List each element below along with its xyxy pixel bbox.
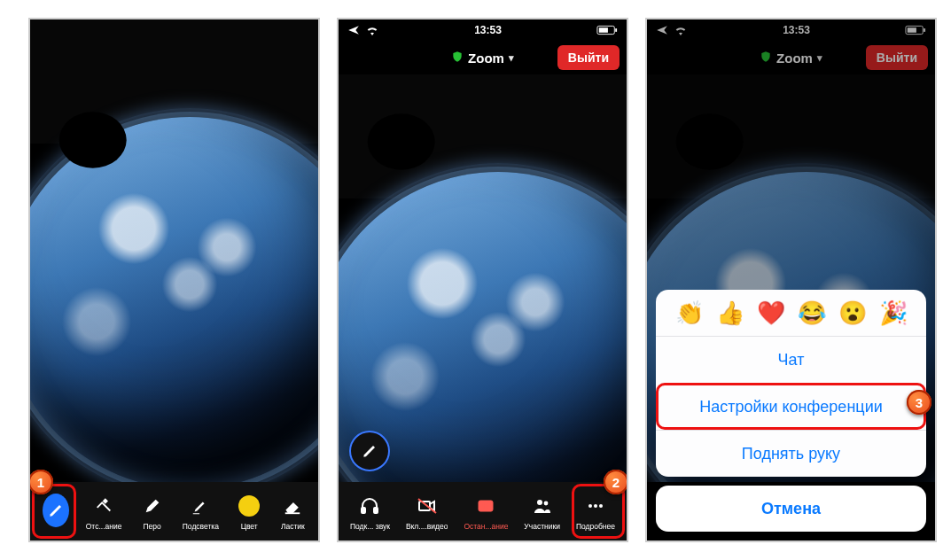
svg-point-9 bbox=[543, 501, 548, 505]
tool-label: Участники bbox=[524, 522, 560, 531]
svg-point-12 bbox=[599, 504, 603, 508]
tool-label: Перо bbox=[143, 522, 160, 531]
participants-button[interactable]: Участники bbox=[524, 493, 560, 531]
annotate-fab[interactable] bbox=[349, 431, 390, 471]
pencil-icon bbox=[362, 443, 378, 459]
screenshot-meeting-toolbar: 13:53 Zoom ▾ Выйти Подк... звук bbox=[339, 19, 627, 541]
sparkle-icon bbox=[90, 493, 117, 519]
shared-content bbox=[30, 19, 318, 482]
stop-share-button[interactable]: Остан...ание bbox=[464, 493, 508, 531]
tool-label: Ластик bbox=[281, 522, 305, 531]
tool-label: Подк... звук bbox=[350, 522, 390, 531]
more-action-sheet: 👏 👍 ❤️ 😂 😮 🎉 Чат Настройки конференции П… bbox=[656, 290, 926, 532]
svg-rect-2 bbox=[599, 27, 608, 33]
annotation-toolbar: Отс...ание Перо Подсветка Цвет Ластик bbox=[30, 482, 318, 541]
more-icon bbox=[582, 493, 609, 519]
raise-hand-option[interactable]: Поднять руку bbox=[656, 430, 926, 477]
tool-label: Подробнее bbox=[576, 522, 615, 531]
pencil-icon bbox=[43, 494, 69, 527]
meeting-toolbar: Подк... звук Вкл....видео Остан...ание У… bbox=[339, 482, 627, 541]
tool-label: Цвет bbox=[241, 522, 258, 531]
video-off-icon bbox=[414, 493, 440, 519]
audio-button[interactable]: Подк... звук bbox=[350, 493, 390, 531]
color-swatch-icon bbox=[236, 493, 262, 519]
svg-point-8 bbox=[537, 500, 542, 505]
nav-title: Zoom bbox=[468, 51, 504, 66]
pen-icon bbox=[139, 493, 166, 519]
tool-label: Отс...ание bbox=[86, 522, 122, 531]
reaction-joy[interactable]: 😂 bbox=[798, 299, 826, 327]
svg-point-10 bbox=[588, 504, 592, 508]
tool-label: Вкл....видео bbox=[406, 522, 448, 531]
tool-label: Подсветка bbox=[183, 522, 219, 531]
shared-content bbox=[339, 74, 627, 482]
screenshot-annotation-tools: Отс...ание Перо Подсветка Цвет Ластик 1 bbox=[30, 19, 318, 541]
highlight-tool[interactable]: Подсветка bbox=[183, 493, 219, 531]
chevron-down-icon: ▾ bbox=[509, 52, 514, 64]
reactions-row: 👏 👍 ❤️ 😂 😮 🎉 bbox=[656, 290, 926, 336]
shield-icon bbox=[451, 51, 464, 66]
svg-rect-3 bbox=[615, 28, 617, 32]
chat-option[interactable]: Чат bbox=[656, 336, 926, 383]
nav-bar: Zoom ▾ Выйти bbox=[339, 41, 627, 74]
pen-tool[interactable]: Перо bbox=[139, 493, 166, 531]
edit-tool[interactable] bbox=[43, 497, 69, 526]
highlighter-icon bbox=[187, 493, 214, 519]
battery-icon bbox=[596, 25, 618, 35]
wifi-icon bbox=[365, 25, 379, 35]
status-time: 13:53 bbox=[474, 24, 502, 36]
reaction-clap[interactable]: 👏 bbox=[675, 299, 704, 327]
stop-icon bbox=[472, 493, 499, 519]
airplane-icon bbox=[347, 24, 360, 36]
status-bar: 13:53 bbox=[339, 19, 627, 41]
meeting-title-dropdown[interactable]: Zoom ▾ bbox=[451, 51, 514, 66]
reaction-thumbs-up[interactable]: 👍 bbox=[716, 299, 744, 327]
eraser-icon bbox=[279, 493, 306, 519]
undo-tool[interactable]: Отс...ание bbox=[86, 493, 122, 531]
reaction-wow[interactable]: 😮 bbox=[838, 299, 867, 327]
video-button[interactable]: Вкл....видео bbox=[406, 493, 448, 531]
eraser-tool[interactable]: Ластик bbox=[279, 493, 306, 531]
meeting-settings-option[interactable]: Настройки конференции bbox=[656, 383, 926, 430]
cancel-button[interactable]: Отмена bbox=[656, 486, 926, 532]
leave-button[interactable]: Выйти bbox=[557, 45, 620, 70]
participants-icon bbox=[529, 493, 556, 519]
reaction-tada[interactable]: 🎉 bbox=[879, 299, 908, 327]
screenshot-more-menu: 13:53 Zoom ▾ Выйти 👏 👍 ❤️ 😂 bbox=[647, 19, 935, 541]
color-tool[interactable]: Цвет bbox=[236, 493, 262, 531]
more-button[interactable]: Подробнее bbox=[576, 493, 615, 531]
headphones-icon bbox=[356, 493, 383, 519]
svg-rect-5 bbox=[374, 508, 378, 513]
svg-point-11 bbox=[594, 504, 597, 508]
tool-label: Остан...ание bbox=[464, 522, 508, 531]
svg-rect-4 bbox=[362, 508, 365, 513]
reaction-heart[interactable]: ❤️ bbox=[757, 299, 785, 327]
